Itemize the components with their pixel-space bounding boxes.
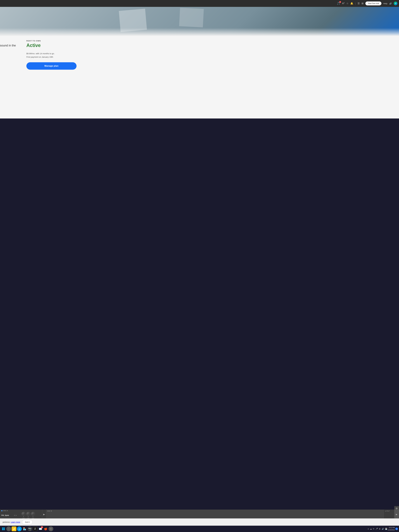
cursor-indicator: ▶ [42,510,46,519]
osc-a-dot [1,510,2,511]
taskbar-file-explorer-icon[interactable]: 📁 [12,526,16,531]
knob-group-3[interactable]: 0 cms [31,512,35,519]
bookmarks-icon[interactable]: ☰ [358,2,360,5]
svg-rect-1 [4,527,5,529]
tray-sync: ↻ [373,528,374,530]
manage-plan-button[interactable]: Manage plan [26,62,76,70]
got-it-button[interactable]: Got it [22,520,32,524]
notification-bar: perience. Learn more Got it [0,518,399,526]
daw-osc-b-panel: OSC B [46,510,384,519]
knob-3[interactable] [31,512,35,516]
spacer [0,74,399,119]
taskbar-search-icon[interactable]: ○ [6,526,11,531]
preset-arrows[interactable]: < > [14,514,17,516]
knobs-row: 0 cms 0 cms 0 cms [22,512,35,519]
prev-arrow[interactable]: < [14,514,15,516]
daw-filter-panel: FILT [384,510,394,519]
next-arrow[interactable]: > [16,514,17,516]
taskbar-camera-icon[interactable]: 📷 [27,526,32,531]
mail-badge: 36 [41,526,43,528]
taskbar-date: 1/16/2023 [388,529,395,531]
divider: | [355,2,356,5]
main-content: sound in the RENT-TO-OWN Active $9.99/mo… [0,36,399,119]
daw-dash: -- [40,515,41,516]
user-avatar[interactable]: U [394,2,397,5]
taskbar-store-icon[interactable]: 🏪 [22,526,27,531]
badge-count: 3 [339,1,341,3]
browser-toolbar: 🎵 3 AA ☆ 🔔 | ☰ ⊞ Start free trial Help 🔊… [0,0,399,7]
notification-prefix: perience. [3,521,11,523]
volume-icon[interactable]: 🔊 [389,2,392,5]
content-wrapper: sound in the RENT-TO-OWN Active $9.99/mo… [0,36,399,119]
taskbar-settings2-icon[interactable]: ⊗ [49,526,53,531]
svg-rect-2 [2,529,3,530]
taskbar-notif-count[interactable]: 21 [395,527,398,530]
toolbar-icons: 🎵 3 AA ☆ 🔔 | ☰ ⊞ Start free trial Help 🔊… [337,1,397,5]
knob-group-2[interactable]: 0 cms [26,512,30,519]
daw-osc-a-panel: OSC A FM_Splat < > 0 cms 0 cms [0,510,42,519]
side-text: sound in the [0,44,16,47]
tray-mic: 🎤 [375,528,378,530]
knob-2[interactable] [26,512,30,516]
taskbar-daw-icon[interactable]: Z [33,526,38,531]
plan-label: RENT-TO-OWN [26,40,394,42]
preset-name: FM_Splat [1,514,9,516]
filter-dot [385,511,386,512]
price-info: $9.99/mo. with 14 months to go. First pa… [26,52,394,59]
taskbar-time: 9:53 PM [388,527,395,529]
knob-2-value: 0 [28,516,29,517]
taskbar-system-tray: ∧ ☁ ↻ 🎤 🖥 🔊 💾 [367,528,387,530]
osc-b-label: OSC B [47,510,382,512]
price-line-1: $9.99/mo. with 14 months to go. [26,52,394,55]
taskbar-mail-icon[interactable]: ✉️ 36 [38,526,43,531]
grid-icon[interactable]: ⊞ [361,2,363,5]
taskbar-clock[interactable]: 9:53 PM 1/16/2023 [388,527,395,531]
daw-scroll-right[interactable]: ▶ [394,510,399,519]
svg-rect-3 [4,529,5,530]
extension-badge[interactable]: 🎵 3 [337,2,340,5]
svg-rect-0 [2,527,3,529]
knob-3-value: 0 [33,516,33,517]
filter-label: FILT [386,510,390,512]
taskbar-windows-icon[interactable] [1,526,6,531]
filter-label-row: FILT [385,510,393,512]
star-icon[interactable]: ☆ [346,2,348,5]
plan-status: Active [26,43,394,48]
tray-backup: 💾 [385,528,387,530]
tray-monitor: 🖥 [379,528,381,530]
taskbar: ○ 📁 e 🏪 📷 Z ✉️ 36 🍎 ⊗ ∧ ☁ ↻ 🎤 🖥 🔊 � [0,526,399,532]
font-icon[interactable]: AA [342,2,345,5]
content-card: RENT-TO-OWN Active $9.99/mo. with 14 mon… [0,36,399,74]
knob-1[interactable] [22,512,25,516]
knob-1-value: 0 [23,516,24,517]
osc-a-label: OSC A [1,510,8,511]
osc-a-controls: FM_Splat < > 0 cms 0 cms 0 [1,512,41,519]
daw-area: OSC A FM_Splat < > 0 cms 0 cms [0,510,394,519]
taskbar-fruit-icon[interactable]: 🍎 [43,526,48,531]
hero-image [0,7,399,36]
tray-volume[interactable]: 🔊 [382,528,384,530]
notification-text: perience. Learn more [3,521,20,523]
knob-group-1[interactable]: 0 cms [22,512,25,519]
taskbar-edge-icon[interactable]: e [17,526,22,531]
start-free-trial-button[interactable]: Start free trial [365,1,381,5]
help-button[interactable]: Help [383,2,387,5]
tray-chevron[interactable]: ∧ [367,528,369,530]
tray-cloud: ☁ [370,528,372,530]
learn-more-link[interactable]: Learn more [11,521,20,523]
alert-icon[interactable]: 🔔 [350,2,353,5]
price-line-2: First payment on January 19th [26,55,394,59]
